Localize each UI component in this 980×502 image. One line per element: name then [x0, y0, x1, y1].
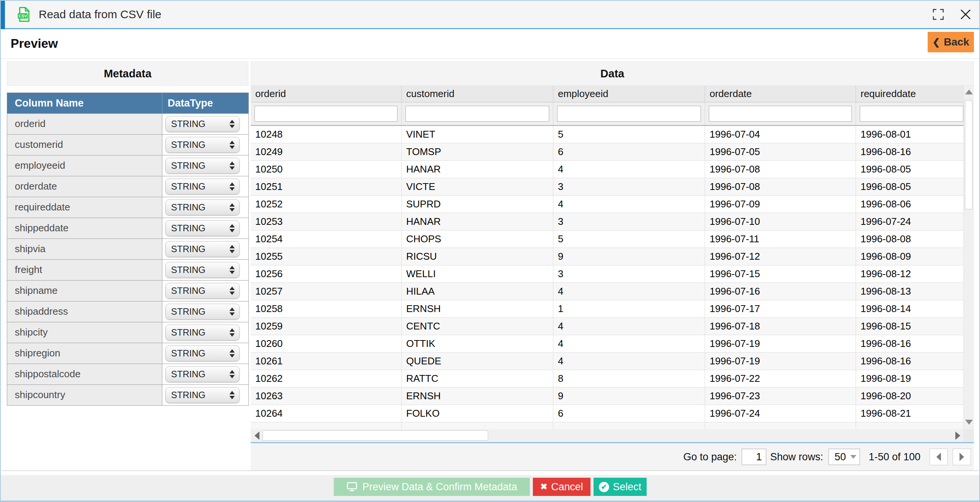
datatype-select-shipaddress[interactable]: STRING	[165, 304, 240, 319]
cancel-button[interactable]: ✖ Cancel	[533, 478, 590, 496]
datatype-select-employeeid[interactable]: STRING	[165, 158, 240, 174]
metadata-column-name-customerid: customerid	[7, 135, 162, 155]
data-cell: 1996-07-18	[705, 318, 856, 335]
data-cell: 1996-07-08	[705, 178, 856, 195]
data-cell: 6	[553, 143, 705, 161]
metadata-title-text: Metadata	[104, 67, 152, 80]
data-cell: QUEDE	[402, 353, 553, 370]
data-cell: 1996-07-09	[705, 195, 856, 213]
data-cell: 1996-07-23	[705, 388, 856, 405]
datatype-select-shipcity[interactable]: STRING	[165, 324, 240, 340]
datatype-select-shipvia[interactable]: STRING	[165, 241, 240, 257]
data-cell: 3	[553, 265, 705, 283]
data-cell: 1996-07-04	[705, 126, 856, 143]
previous-page-button[interactable]	[929, 448, 948, 465]
data-cell: WELLI	[402, 265, 553, 283]
data-cell: 4	[553, 335, 705, 353]
data-cell: 10259	[251, 318, 402, 335]
data-cell: 4	[553, 283, 705, 300]
check-circle-icon: ✔	[599, 482, 609, 492]
spinner-arrows-icon	[229, 245, 235, 253]
data-cell: 10248	[251, 126, 402, 143]
table-row: 10258ERNSH11996-07-171996-08-14	[251, 300, 963, 318]
data-cell: 1	[553, 300, 705, 318]
row-range-text: 1-50 of 100	[869, 451, 920, 463]
spinner-arrows-icon	[229, 391, 235, 399]
metadata-row: customerid STRING	[7, 134, 248, 155]
datatype-select-shipname[interactable]: STRING	[165, 283, 240, 299]
next-page-button[interactable]	[953, 448, 971, 465]
horizontal-scrollbar-thumb[interactable]	[262, 431, 488, 440]
datatype-select-orderdate[interactable]: STRING	[165, 179, 240, 194]
vertical-scrollbar-thumb[interactable]	[965, 100, 972, 209]
filter-input-orderid[interactable]	[255, 106, 398, 122]
data-cell: 1996-07-22	[705, 370, 856, 388]
data-cell: ERNSH	[402, 300, 553, 318]
back-button[interactable]: ❮ Back	[928, 32, 974, 52]
metadata-column-name-freight: freight	[7, 260, 162, 280]
filter-input-orderdate[interactable]	[709, 106, 852, 122]
scroll-left-icon[interactable]	[255, 432, 259, 440]
data-cell: 1996-07-05	[705, 143, 856, 161]
data-cell: 10261	[251, 353, 402, 370]
chevron-left-icon: ❮	[932, 37, 940, 48]
table-row: 10253HANAR31996-07-101996-07-24	[251, 213, 963, 230]
metadata-column-name-shipaddress: shipaddress	[7, 302, 162, 322]
spinner-arrows-icon	[229, 328, 235, 337]
table-row: 10263ERNSH91996-07-231996-08-20	[251, 388, 963, 405]
data-filter-row	[251, 102, 963, 126]
cancel-button-label: Cancel	[551, 481, 583, 493]
go-to-page-input[interactable]	[741, 448, 767, 465]
datatype-select-customerid[interactable]: STRING	[165, 137, 240, 153]
table-row: 10249TOMSP61996-07-051996-08-16	[251, 143, 963, 161]
datatype-select-shippostalcode[interactable]: STRING	[165, 366, 240, 382]
datatype-value: STRING	[166, 327, 229, 338]
table-row: 10254CHOPS51996-07-111996-08-08	[251, 230, 963, 248]
dialog-window: CSV Read data from CSV file Preview ❮ Ba…	[0, 0, 980, 502]
datatype-select-freight[interactable]: STRING	[165, 262, 240, 278]
table-row: 10264FOLKO61996-07-241996-08-21	[251, 405, 963, 423]
scroll-up-icon[interactable]	[965, 89, 973, 94]
preview-data-confirm-metadata-button[interactable]: Preview Data & Confirm Metadata	[334, 478, 530, 496]
select-button[interactable]: ✔ Select	[593, 478, 647, 496]
metadata-row: orderdate STRING	[7, 176, 248, 197]
data-cell: 1996-08-05	[856, 178, 963, 195]
metadata-row: employeeid STRING	[7, 155, 248, 176]
metadata-datatype-cell: STRING	[162, 364, 248, 384]
show-rows-select[interactable]: 50	[828, 448, 860, 465]
metadata-column-name-orderid: orderid	[7, 114, 162, 134]
data-cell: 1996-07-08	[705, 161, 856, 178]
metadata-datatype-cell: STRING	[162, 343, 248, 364]
fullscreen-icon[interactable]	[931, 8, 945, 21]
datatype-select-orderid[interactable]: STRING	[165, 116, 240, 132]
filter-input-customerid[interactable]	[406, 106, 549, 122]
close-icon[interactable]	[959, 8, 972, 21]
data-cell: 5	[553, 126, 705, 143]
datatype-value: STRING	[166, 181, 229, 192]
datatype-select-shippeddate[interactable]: STRING	[165, 220, 240, 236]
datatype-select-requireddate[interactable]: STRING	[165, 199, 240, 215]
data-cell: 1996-08-01	[856, 126, 963, 143]
pagination-bar: Go to page: Show rows: 50 1-50 of 100	[251, 442, 974, 470]
metadata-rows: orderid STRING customerid STRING employe…	[7, 113, 248, 405]
datatype-select-shipregion[interactable]: STRING	[165, 345, 240, 361]
metadata-datatype-cell: STRING	[162, 135, 248, 155]
data-cell: 1996-08-19	[856, 370, 963, 388]
data-cell: 1996-08-09	[856, 248, 963, 265]
filter-input-employeeid[interactable]	[557, 106, 701, 122]
data-cell: 1996-07-24	[856, 213, 963, 230]
table-row: 10250HANAR41996-07-081996-08-05	[251, 161, 963, 178]
scroll-right-icon[interactable]	[955, 432, 960, 440]
filter-input-requireddate[interactable]	[860, 106, 963, 122]
data-cell: 10263	[251, 388, 402, 405]
filter-cell-orderid	[251, 102, 402, 125]
arrow-left-icon	[936, 453, 941, 461]
data-cell: 1996-07-19	[705, 335, 856, 353]
x-icon: ✖	[541, 482, 547, 492]
horizontal-scrollbar[interactable]	[251, 429, 974, 442]
metadata-column-name-employeeid: employeeid	[7, 156, 162, 176]
vertical-scrollbar[interactable]	[963, 86, 974, 429]
datatype-select-shipcountry[interactable]: STRING	[165, 387, 240, 403]
data-cell: OTTIK	[402, 335, 553, 353]
scroll-down-icon[interactable]	[965, 420, 973, 425]
